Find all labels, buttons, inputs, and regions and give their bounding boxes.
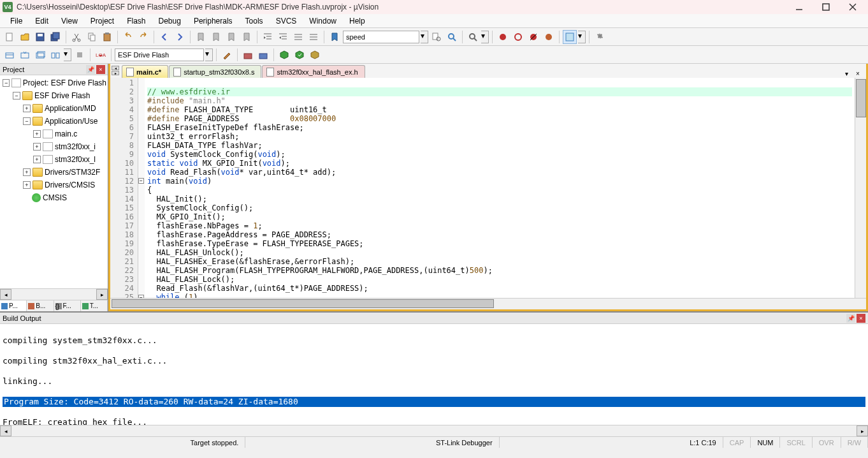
indent-right-icon[interactable] [261, 30, 275, 44]
bookmark-prev-icon[interactable] [209, 30, 223, 44]
tab-scroll-left-icon[interactable]: ◂ [112, 66, 119, 70]
fold-gutter[interactable]: − − [138, 78, 145, 298]
file-tab-hal-flash[interactable]: stm32f0xx_hal_flash_ex.h [262, 65, 365, 78]
window-tile-icon[interactable] [563, 30, 577, 44]
panel-tab-books[interactable]: B... [27, 300, 54, 311]
nav-back-icon[interactable] [157, 30, 171, 44]
pack-installer-icon[interactable] [293, 48, 307, 62]
rebuild-icon[interactable] [33, 48, 47, 62]
tree-folder-drv-cmsis[interactable]: +Drivers/CMSIS [1, 179, 106, 191]
build-output[interactable]: compiling system_stm32f0xx.c... compilin… [0, 324, 868, 425]
menu-view[interactable]: View [55, 15, 84, 27]
window-dropdown[interactable]: ▾ [578, 31, 586, 43]
menu-window[interactable]: Window [303, 15, 343, 27]
file-extensions-icon[interactable] [241, 48, 255, 62]
comment-icon[interactable] [291, 30, 305, 44]
search-input[interactable] [343, 31, 419, 43]
tab-scroll-right-icon[interactable]: ▸ [112, 71, 119, 75]
tree-target[interactable]: −ESF Drive Flash [1, 89, 106, 102]
editor-vscroll[interactable] [855, 78, 866, 298]
tree-scroll-right-icon[interactable]: ▸ [96, 289, 108, 300]
panel-tab-templates[interactable]: T... [81, 300, 108, 311]
scroll-left-icon[interactable]: ◂ [0, 425, 11, 436]
fold-icon[interactable]: − [138, 295, 144, 298]
menu-debug[interactable]: Debug [152, 15, 187, 27]
bookmark-next-icon[interactable] [224, 30, 238, 44]
minimize-button[interactable] [792, 1, 807, 13]
file-tab-main[interactable]: main.c* [122, 65, 168, 78]
tree-file-main[interactable]: +main.c [1, 128, 106, 140]
code-editor[interactable]: 1234567891011121314151617181920212223242… [110, 78, 866, 298]
tree-scroll-left-icon[interactable]: ◂ [0, 289, 11, 300]
panel-close-icon[interactable]: × [96, 65, 105, 74]
find-in-files-icon[interactable] [430, 30, 444, 44]
menu-project[interactable]: Project [84, 15, 120, 27]
tree-folder-app-mdk[interactable]: +Application/MD [1, 102, 106, 115]
tree-root[interactable]: −Project: ESF Drive Flash [1, 77, 106, 89]
undo-icon[interactable] [121, 30, 135, 44]
nav-forward-icon[interactable] [173, 30, 187, 44]
open-file-icon[interactable] [18, 30, 32, 44]
cut-icon[interactable] [69, 30, 83, 44]
save-icon[interactable] [33, 30, 47, 44]
build-hscroll[interactable]: ◂ ▸ [0, 425, 868, 436]
code-content[interactable]: // www.esfdrive.ir#include "main.h" #def… [145, 78, 855, 298]
tree-folder-app-user[interactable]: −Application/Use [1, 115, 106, 128]
tree-file-msp[interactable]: +stm32f0xx_l [1, 153, 106, 166]
build-selected-line[interactable]: Program Size: Code=3412 RO-data=260 RW-d… [3, 397, 865, 407]
new-file-icon[interactable] [3, 30, 17, 44]
redo-icon[interactable] [136, 30, 150, 44]
manage-rte-icon[interactable] [256, 48, 270, 62]
tab-menu-icon[interactable]: ▾ [842, 69, 851, 78]
panel-tab-functions[interactable]: {}F... [54, 300, 81, 311]
menu-file[interactable]: File [4, 15, 29, 27]
target-dropdown[interactable]: ▾ [205, 48, 213, 61]
project-tree[interactable]: −Project: ESF Drive Flash −ESF Drive Fla… [0, 75, 108, 288]
file-tab-startup[interactable]: startup_stm32f030x8.s [169, 65, 261, 78]
panel-pin-icon[interactable]: 📌 [846, 314, 855, 323]
tree-folder-drv-stm[interactable]: +Drivers/STM32F [1, 166, 106, 179]
editor-hscroll[interactable] [110, 298, 866, 309]
batch-build-icon[interactable] [48, 48, 62, 62]
scroll-right-icon[interactable]: ▸ [857, 425, 868, 436]
tree-cmsis[interactable]: CMSIS [1, 191, 106, 204]
translate-icon[interactable] [3, 48, 17, 62]
configure-icon[interactable] [593, 30, 607, 44]
tree-file-it[interactable]: +stm32f0xx_i [1, 140, 106, 153]
tree-hscroll[interactable]: ◂ ▸ [0, 288, 108, 300]
menu-svcs[interactable]: SVCS [270, 15, 303, 27]
maximize-button[interactable] [818, 1, 834, 13]
paste-icon[interactable] [100, 30, 114, 44]
batch-dropdown[interactable]: ▾ [64, 48, 71, 61]
find-icon[interactable] [328, 30, 342, 44]
menu-edit[interactable]: Edit [29, 15, 55, 27]
fold-icon[interactable]: − [138, 178, 144, 184]
debug-dropdown[interactable]: ▾ [481, 31, 489, 43]
breakpoint-kill-icon[interactable] [526, 30, 540, 44]
bookmark-clear-icon[interactable] [240, 30, 254, 44]
breakpoint-disable-icon[interactable] [511, 30, 525, 44]
incremental-find-icon[interactable] [445, 30, 459, 44]
breakpoint-icon[interactable] [496, 30, 510, 44]
breakpoint-window-icon[interactable] [542, 30, 556, 44]
build-icon[interactable] [18, 48, 32, 62]
save-all-icon[interactable] [48, 30, 62, 44]
panel-close-icon[interactable]: × [857, 314, 865, 323]
target-options-icon[interactable] [220, 48, 234, 62]
stop-build-icon[interactable] [73, 48, 87, 62]
target-select[interactable] [115, 48, 204, 61]
menu-tools[interactable]: Tools [239, 15, 270, 27]
menu-help[interactable]: Help [343, 15, 372, 27]
menu-peripherals[interactable]: Peripherals [187, 15, 239, 27]
panel-tab-project[interactable]: P... [0, 300, 27, 311]
copy-icon[interactable] [85, 30, 99, 44]
panel-pin-icon[interactable]: 📌 [86, 65, 95, 74]
debug-start-icon[interactable] [466, 30, 480, 44]
menu-flash[interactable]: Flash [120, 15, 152, 27]
indent-left-icon[interactable] [276, 30, 290, 44]
uncomment-icon[interactable] [307, 30, 321, 44]
download-icon[interactable]: LOAD [94, 48, 108, 62]
close-button[interactable] [845, 1, 860, 13]
rte-icon[interactable] [308, 48, 322, 62]
select-pack-icon[interactable] [277, 48, 291, 62]
